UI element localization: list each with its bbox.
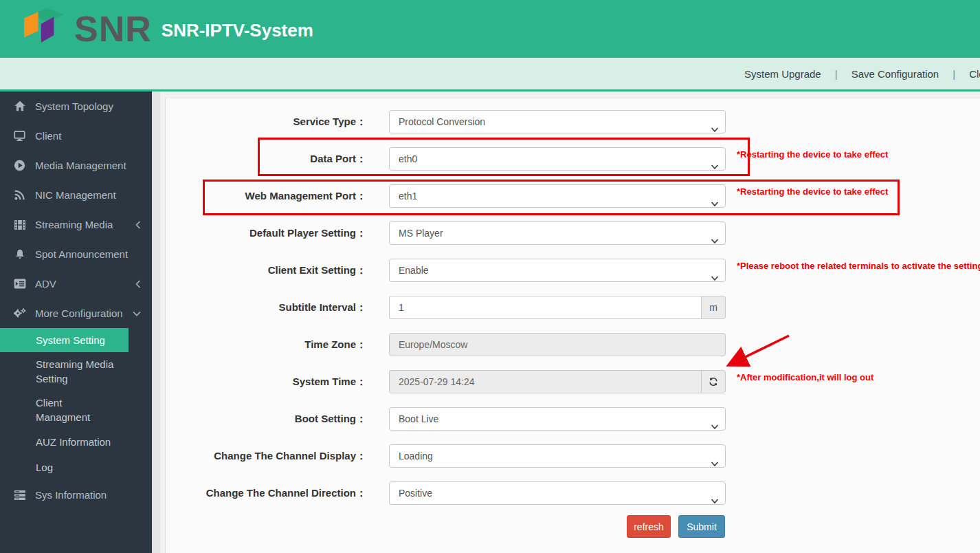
system-time-label: System Time： (166, 370, 366, 393)
sidebar-subitem-client-managment[interactable]: Client Managment (0, 391, 152, 429)
snr-logo-icon (23, 6, 66, 52)
select-value: eth1 (399, 191, 417, 202)
select-value: Loading (399, 451, 433, 462)
sidebar-subitem-label: AUZ Information (36, 436, 111, 448)
chevron-left-icon (135, 221, 141, 229)
sidebar-item-nic-management[interactable]: NIC Management (0, 180, 152, 210)
system-time-input: 2025-07-29 14:24 (389, 370, 701, 393)
time-zone-input: Europe/Moscow (389, 333, 726, 356)
form-row: Subtitle Interval： 1 m (166, 296, 922, 319)
rss-icon (12, 189, 27, 202)
home-icon (12, 100, 27, 113)
separator: | (953, 68, 955, 80)
chevron-down-icon (711, 453, 719, 475)
chevron-down-icon (711, 267, 719, 289)
submit-button[interactable]: Submit (678, 515, 725, 538)
separator: | (835, 68, 838, 80)
gears-icon (12, 307, 27, 320)
chevron-down-icon (711, 490, 719, 512)
sidebar-item-media-management[interactable]: Media Management (0, 151, 152, 180)
chevron-down-icon (133, 311, 141, 316)
main-content: Service Type： Protocol Conversion Data P… (160, 91, 980, 553)
refresh-button[interactable]: refresh (627, 515, 671, 538)
page-title: SNR-IPTV-System (162, 20, 313, 41)
sidebar-subitem-system-setting[interactable]: System Setting (0, 328, 129, 352)
list-icon (12, 278, 27, 290)
default-player-setting-label: Default Player Setting： (166, 221, 366, 245)
film-icon (12, 219, 27, 231)
sidebar-scrollbar[interactable] (152, 91, 160, 553)
select-value: MS Player (399, 228, 443, 239)
clear-cache-link[interactable]: Clear Cache (969, 68, 980, 80)
chevron-down-icon (711, 415, 719, 437)
sidebar: System Topology Client Media Management … (0, 91, 152, 553)
client-exit-setting-select[interactable]: Enable (389, 259, 726, 282)
sidebar-item-label: Spot Announcement (35, 248, 128, 260)
select-value: Enable (399, 265, 429, 276)
sidebar-item-adv[interactable]: ADV (0, 269, 152, 299)
form-row: Default Player Setting： MS Player (166, 221, 922, 245)
sidebar-subitem-streaming-media-setting[interactable]: Streaming Media Setting (0, 352, 152, 391)
service-type-label: Service Type： (166, 110, 366, 133)
topbar: System Upgrade | Save Configuration | Cl… (0, 58, 980, 91)
sidebar-item-label: Media Management (35, 160, 126, 171)
select-value: Positive (399, 488, 432, 499)
change-channel-display-label: Change The Channel Display： (166, 444, 366, 468)
logo-wordmark: SNR (74, 0, 152, 58)
sidebar-subitem-label: Streaming Media Setting (36, 357, 117, 386)
web-management-port-label: Web Management Port： (166, 184, 366, 208)
form-row: Boot Setting： Boot Live (166, 407, 922, 431)
sidebar-subitem-label: Client Managment (36, 395, 117, 424)
system-upgrade-link[interactable]: System Upgrade (744, 68, 821, 80)
sidebar-item-sys-information[interactable]: Sys Information (0, 480, 152, 510)
chevron-down-icon (711, 230, 719, 252)
form-row: Client Exit Setting： Enable (166, 259, 922, 282)
boot-setting-label: Boot Setting： (166, 407, 366, 431)
sidebar-item-label: ADV (35, 278, 56, 290)
change-channel-display-select[interactable]: Loading (389, 444, 726, 468)
play-circle-icon (12, 160, 27, 172)
unit-addon: m (701, 296, 726, 319)
select-value: eth0 (399, 153, 417, 164)
sidebar-item-label: System Topology (35, 100, 113, 112)
change-channel-direction-label: Change The Channel Direction： (166, 481, 366, 505)
form-row: Data Port： eth0 (166, 147, 922, 171)
form-row: Time Zone： Europe/Moscow (166, 333, 922, 356)
client-exit-setting-label: Client Exit Setting： (166, 259, 366, 282)
sidebar-item-label: Client (35, 130, 61, 142)
sidebar-item-spot-announcement[interactable]: Spot Announcement (0, 239, 152, 269)
form-row: Change The Channel Display： Loading (166, 444, 922, 468)
service-type-select[interactable]: Protocol Conversion (389, 110, 726, 133)
bell-icon (12, 248, 27, 261)
default-player-setting-select[interactable]: MS Player (389, 221, 726, 245)
sidebar-item-label: Streaming Media (35, 219, 113, 230)
sidebar-subitem-label: Log (36, 462, 53, 473)
subtitle-interval-input[interactable]: 1 (389, 296, 701, 319)
form-row: System Time： 2025-07-29 14:24 (166, 370, 922, 393)
sidebar-item-more-configuration[interactable]: More Configuration (0, 299, 152, 328)
server-icon (12, 489, 27, 501)
refresh-time-button[interactable] (701, 370, 726, 393)
sidebar-item-system-topology[interactable]: System Topology (0, 91, 152, 121)
topbar-links: System Upgrade | Save Configuration | Cl… (744, 58, 980, 89)
select-value: Protocol Conversion (399, 116, 485, 127)
sidebar-item-label: More Configuration (35, 307, 123, 319)
select-value: Boot Live (399, 413, 438, 424)
sidebar-item-streaming-media[interactable]: Streaming Media (0, 210, 152, 239)
subtitle-interval-label: Subtitle Interval： (166, 296, 366, 319)
sidebar-subitem-log[interactable]: Log (0, 455, 152, 480)
web-management-port-select[interactable]: eth1 (389, 184, 726, 208)
time-zone-label: Time Zone： (166, 333, 366, 356)
change-channel-direction-select[interactable]: Positive (389, 481, 726, 505)
sidebar-subitem-auz-information[interactable]: AUZ Information (0, 429, 152, 455)
sidebar-item-client[interactable]: Client (0, 121, 152, 151)
chevron-down-icon (711, 155, 719, 177)
sidebar-item-label: Sys Information (35, 489, 107, 501)
save-configuration-link[interactable]: Save Configuration (851, 68, 939, 80)
data-port-select[interactable]: eth0 (389, 147, 726, 171)
boot-setting-select[interactable]: Boot Live (389, 407, 726, 431)
monitor-icon (12, 130, 27, 142)
chevron-down-icon (711, 118, 719, 140)
chevron-left-icon (135, 280, 141, 288)
settings-form-panel: Service Type： Protocol Conversion Data P… (165, 98, 980, 553)
